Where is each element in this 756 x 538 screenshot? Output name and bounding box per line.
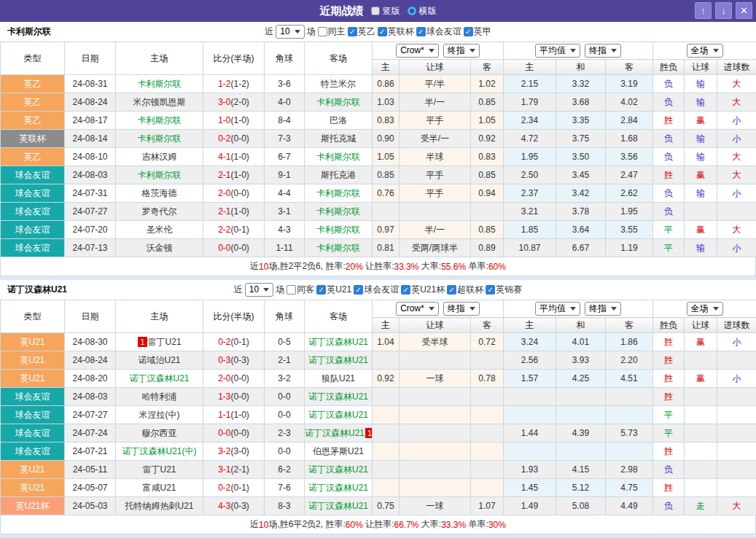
col-goals: 进球数 (717, 60, 756, 75)
let-home-odds: 0.97 (373, 221, 400, 239)
fulltime-score: 0-0 (218, 243, 230, 253)
let-result-cell (685, 479, 717, 497)
league-filter-1[interactable]: ✓英联杯 (378, 26, 414, 38)
match-date: 24-08-03 (65, 166, 116, 184)
league-filter-0[interactable]: ✓英乙 (348, 26, 375, 38)
close-icon: ✕ (740, 5, 748, 16)
move-down-button[interactable]: ↓ (715, 2, 732, 19)
league-filter-3[interactable]: ✓超联杯 (447, 284, 483, 296)
league-badge: 球会友谊 (1, 184, 65, 203)
goals-cell: 大 (717, 221, 756, 239)
goals-cell: 大 (717, 148, 756, 166)
same-venue-checkbox-label: 同主 (328, 26, 346, 38)
chevron-down-icon (295, 30, 300, 34)
team-section: 诺丁汉森林U21近10场同客✓英U21✓球会友谊✓英U21杯✓超联杯✓英锦赛类型… (0, 280, 756, 538)
halftime-score: (0-0) (231, 133, 249, 144)
team-label: 诺丁汉森林U21 (308, 464, 368, 475)
match-date: 24-07-31 (65, 184, 116, 203)
average-select-value: 平均值 (539, 303, 566, 314)
bookmaker-stage-select[interactable]: 终指 (443, 302, 480, 316)
team-label: 斯托克港 (321, 170, 356, 180)
avg-draw-odds: 3.78 (556, 203, 606, 221)
avg-home-odds: 1.95 (504, 148, 556, 166)
goals-cell: 小 (717, 130, 756, 148)
radio-vertical[interactable]: 竖版 (371, 5, 400, 17)
halftime-score: (0-0) (231, 373, 249, 383)
team-label: 米尔顿凯恩斯 (133, 97, 186, 107)
goals-cell: 小 (717, 239, 756, 257)
avg-draw-odds: 3.45 (556, 166, 606, 184)
team-label: 卡利斯尔联 (316, 206, 360, 217)
goals-cell (717, 479, 756, 497)
summary-segment: 场,胜6平2负2, 胜率: (268, 518, 345, 531)
league-filter-0[interactable]: ✓英U21 (316, 284, 351, 296)
close-button[interactable]: ✕ (736, 2, 752, 19)
result-cell: 负 (653, 93, 685, 112)
radio-horizontal-label: 横版 (419, 5, 437, 17)
match-date: 24-07-27 (65, 203, 116, 221)
same-venue-checkbox[interactable]: 同客 (287, 284, 314, 296)
col-corner: 角球 (265, 300, 305, 333)
let-result-cell (685, 351, 717, 370)
halftime-score: (0-0) (231, 428, 249, 438)
let-away-odds: 1.07 (471, 497, 504, 515)
league-filter-2[interactable]: ✓球会友谊 (416, 26, 461, 38)
avg-away-odds: 2.84 (606, 112, 653, 130)
away-team: 诺丁汉森林U21 (305, 479, 373, 497)
average-stage-select[interactable]: 终指 (585, 44, 621, 58)
let-away-odds: 0.72 (471, 333, 504, 351)
same-venue-checkbox[interactable]: 同主 (318, 26, 346, 38)
league-badge: 英乙 (1, 112, 65, 130)
halftime-score: (1-0) (231, 410, 249, 420)
move-up-button[interactable]: ↑ (695, 2, 712, 19)
let-line: 半球 (400, 148, 471, 166)
checkbox-checked-icon: ✓ (378, 27, 387, 36)
home-team: 穆尔西亚 (116, 424, 203, 443)
table-row: 英乙24-08-10吉林汉姆4-1(1-0)6-7卡利斯尔联1.05半球0.83… (1, 148, 756, 166)
let-result-cell: 赢 (685, 221, 717, 239)
bookmaker-select[interactable]: Crow* (396, 302, 439, 316)
result-cell: 负 (653, 75, 685, 93)
goals-cell: 小 (717, 112, 756, 130)
let-result-cell (685, 424, 717, 443)
average-select[interactable]: 平均值 (535, 302, 580, 316)
league-badge: 英乙 (1, 93, 65, 112)
summary-segment: 单率: (466, 260, 488, 273)
away-team: 狼队U21 (305, 370, 373, 388)
team-label: 卡利斯尔联 (138, 79, 182, 89)
card-badge: 1 (138, 337, 147, 347)
radio-horizontal[interactable]: 横版 (408, 5, 437, 17)
team-label: 卡利斯尔联 (138, 170, 182, 180)
league-filter-1[interactable]: ✓球会友谊 (354, 284, 399, 296)
let-away-odds: 1.02 (471, 75, 504, 93)
goals-cell (717, 443, 756, 461)
recent-count-select[interactable]: 10 (245, 283, 273, 297)
league-filter-3[interactable]: ✓英甲 (464, 26, 491, 38)
average-select[interactable]: 平均值 (535, 44, 580, 58)
let-result-cell: 赢 (685, 112, 717, 130)
bookmaker-stage-select[interactable]: 终指 (443, 44, 480, 58)
let-away-odds (471, 424, 504, 443)
home-team: 卡利斯尔联 (116, 130, 203, 148)
let-line: 半/一 (400, 221, 471, 239)
home-team: 诺丁汉森林U21 (116, 370, 203, 388)
let-home-odds: 0.83 (373, 112, 400, 130)
team-label: 格茨海德 (142, 188, 177, 198)
fulltime-select[interactable]: 全场 (687, 44, 723, 58)
average-stage-select[interactable]: 终指 (585, 302, 621, 316)
let-line (400, 461, 471, 479)
avg-away-odds: 1.19 (606, 239, 653, 257)
bookmaker-select[interactable]: Crow* (396, 44, 439, 58)
goals-cell: 大 (717, 75, 756, 93)
match-date: 24-07-21 (65, 443, 116, 461)
corner-score: 3-6 (265, 75, 305, 93)
page-title: 近期战绩 (320, 4, 364, 18)
league-filter-4[interactable]: ✓英锦赛 (486, 284, 522, 296)
score: 3-0(2-0) (203, 93, 265, 112)
recent-count-select[interactable]: 10 (276, 25, 304, 39)
league-filter-2-label: 英U21杯 (411, 284, 445, 296)
corner-score: 4-3 (265, 221, 305, 239)
league-filter-2[interactable]: ✓英U21杯 (401, 284, 445, 296)
summary-segment: 单率: (466, 518, 488, 531)
fulltime-select[interactable]: 全场 (687, 302, 723, 316)
